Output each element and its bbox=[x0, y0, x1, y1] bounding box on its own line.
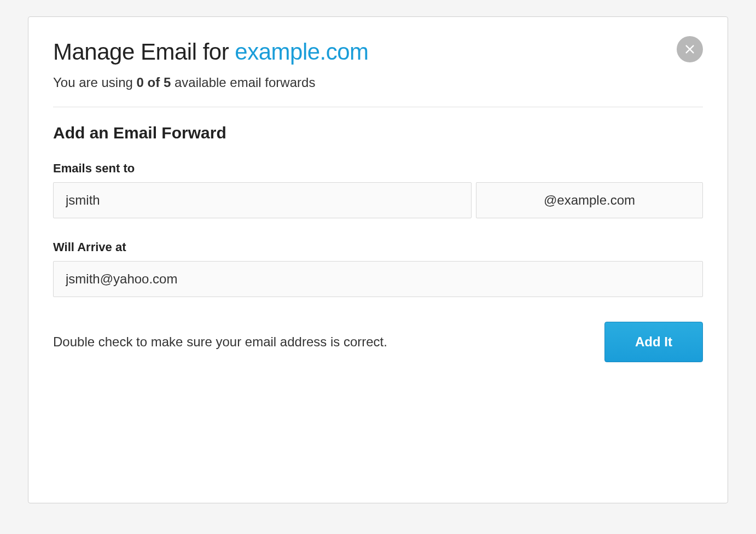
emails-sent-to-label: Emails sent to bbox=[53, 161, 703, 176]
close-button[interactable] bbox=[677, 36, 703, 62]
page-title: Manage Email for example.com bbox=[53, 39, 703, 65]
manage-email-modal: Manage Email for example.com You are usi… bbox=[28, 16, 728, 503]
domain-suffix: @example.com bbox=[476, 182, 703, 218]
add-it-button[interactable]: Add It bbox=[604, 322, 703, 362]
hint-text: Double check to make sure your email add… bbox=[53, 334, 387, 350]
usage-count: 0 of 5 bbox=[137, 75, 171, 90]
usage-text: You are using 0 of 5 available email for… bbox=[53, 75, 703, 90]
will-arrive-label: Will Arrive at bbox=[53, 240, 703, 254]
domain-link[interactable]: example.com bbox=[235, 39, 368, 65]
title-prefix: Manage Email for bbox=[53, 39, 235, 65]
footer-row: Double check to make sure your email add… bbox=[53, 322, 703, 362]
usage-prefix: You are using bbox=[53, 75, 137, 90]
usage-suffix: available email forwards bbox=[171, 75, 315, 90]
emails-sent-to-row: @example.com bbox=[53, 182, 703, 218]
will-arrive-input[interactable] bbox=[53, 261, 703, 297]
close-icon bbox=[684, 43, 696, 55]
section-title: Add an Email Forward bbox=[53, 124, 703, 142]
divider bbox=[53, 107, 703, 107]
emails-sent-to-input[interactable] bbox=[53, 182, 472, 218]
